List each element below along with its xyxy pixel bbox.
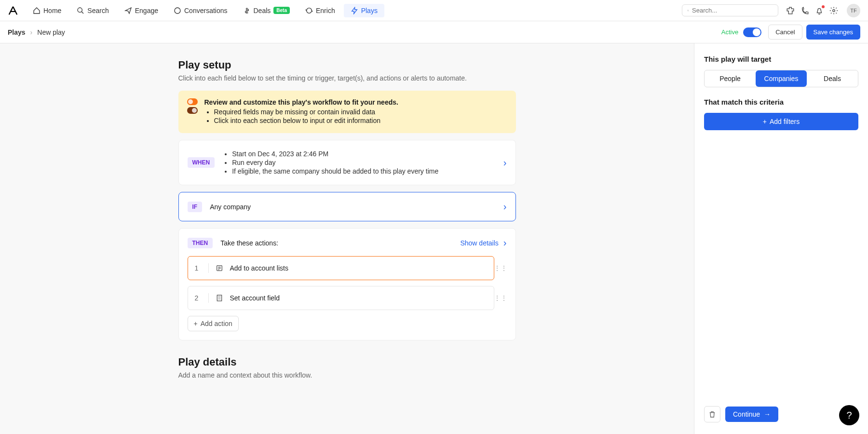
segment-companies[interactable]: Companies bbox=[756, 70, 807, 87]
main-content: Play setup Click into each field below t… bbox=[0, 43, 694, 434]
gear-icon[interactable] bbox=[829, 6, 838, 15]
trash-icon bbox=[708, 410, 716, 418]
then-text: Take these actions: bbox=[220, 239, 278, 247]
search-icon bbox=[77, 7, 84, 14]
when-line: If eligible, the same company should be … bbox=[232, 167, 496, 175]
warning-bullet: Click into each section below to input o… bbox=[214, 117, 398, 124]
notification-dot bbox=[822, 5, 825, 8]
svg-point-2 bbox=[688, 10, 689, 11]
save-button[interactable]: Save changes bbox=[806, 25, 860, 40]
segment-people[interactable]: People bbox=[705, 70, 756, 87]
right-sidebar: This play will target People Companies D… bbox=[694, 43, 868, 434]
nav-label: Plays bbox=[361, 7, 378, 14]
segment-deals[interactable]: Deals bbox=[807, 70, 858, 87]
drag-handle-icon[interactable]: ⋮⋮ bbox=[494, 294, 507, 302]
active-status-label: Active bbox=[721, 28, 738, 36]
search-icon bbox=[687, 7, 689, 14]
list-icon bbox=[216, 264, 223, 272]
beta-badge: Beta bbox=[273, 7, 290, 14]
help-fab[interactable]: ? bbox=[839, 405, 859, 425]
svg-point-3 bbox=[833, 9, 835, 12]
nav-enrich[interactable]: Enrich bbox=[298, 4, 342, 17]
breadcrumb: Plays › New play bbox=[8, 28, 65, 36]
sub-header: Plays › New play Active Cancel Save chan… bbox=[0, 21, 868, 43]
action-number: 1 bbox=[195, 264, 202, 272]
bell-icon[interactable] bbox=[815, 6, 824, 15]
play-setup-subtitle: Click into each field below to set the t… bbox=[178, 74, 516, 82]
when-pill: WHEN bbox=[188, 157, 215, 168]
nav-deals[interactable]: Deals Beta bbox=[236, 4, 297, 17]
when-card[interactable]: WHEN Start on Dec 4, 2023 at 2:46 PM Run… bbox=[178, 140, 516, 185]
nav-engage[interactable]: Engage bbox=[118, 4, 165, 17]
user-avatar[interactable]: TF bbox=[847, 4, 860, 17]
action-number: 2 bbox=[195, 294, 202, 302]
svg-point-1 bbox=[175, 8, 180, 14]
drag-handle-icon[interactable]: ⋮⋮ bbox=[494, 264, 507, 272]
then-card: THEN Take these actions: Show details › … bbox=[178, 228, 516, 340]
phone-icon[interactable] bbox=[800, 6, 809, 15]
criteria-title: That match this criteria bbox=[704, 98, 858, 106]
chevron-right-icon: › bbox=[503, 201, 507, 212]
cancel-button[interactable]: Cancel bbox=[768, 25, 802, 40]
breadcrumb-root[interactable]: Plays bbox=[8, 28, 26, 36]
target-title: This play will target bbox=[704, 55, 858, 63]
warning-bullet: Required fields may be missing or contai… bbox=[214, 108, 398, 116]
chevron-right-icon: › bbox=[30, 28, 33, 36]
chat-icon bbox=[174, 7, 181, 14]
action-label: Set account field bbox=[230, 294, 280, 302]
when-line: Run every day bbox=[232, 159, 496, 166]
arrow-right-icon: → bbox=[764, 410, 771, 418]
action-row[interactable]: 2 Set account field ⋮⋮ bbox=[188, 286, 494, 310]
when-line: Start on Dec 4, 2023 at 2:46 PM bbox=[232, 150, 496, 158]
action-row[interactable]: 1 Add to account lists ⋮⋮ bbox=[188, 256, 494, 280]
if-text: Any company bbox=[210, 203, 496, 211]
chevron-right-icon: › bbox=[503, 157, 507, 168]
nav-label: Conversations bbox=[184, 7, 228, 14]
refresh-icon bbox=[305, 7, 313, 14]
nav-home[interactable]: Home bbox=[26, 4, 68, 17]
search-input[interactable] bbox=[692, 7, 773, 14]
nav-label: Home bbox=[43, 7, 61, 14]
bolt-icon bbox=[351, 7, 358, 14]
extension-icon[interactable] bbox=[786, 6, 795, 15]
add-action-button[interactable]: + Add action bbox=[188, 316, 239, 331]
plus-icon: + bbox=[194, 320, 198, 327]
svg-point-0 bbox=[78, 8, 82, 12]
send-icon bbox=[124, 7, 132, 14]
show-details-link[interactable]: Show details › bbox=[460, 237, 506, 248]
play-details-subtitle: Add a name and context about this workfl… bbox=[178, 371, 516, 379]
top-nav: Home Search Engage Conversations Deals B… bbox=[0, 0, 868, 21]
nav-plays[interactable]: Plays bbox=[344, 4, 384, 17]
nav-conversations[interactable]: Conversations bbox=[167, 4, 234, 17]
breadcrumb-current: New play bbox=[37, 28, 65, 36]
continue-button[interactable]: Continue → bbox=[725, 407, 778, 422]
active-toggle[interactable] bbox=[743, 27, 761, 37]
nav-label: Engage bbox=[135, 7, 158, 14]
home-icon bbox=[33, 7, 41, 14]
play-setup-title: Play setup bbox=[178, 59, 516, 71]
global-search[interactable] bbox=[682, 4, 778, 16]
delete-button[interactable] bbox=[704, 406, 720, 422]
if-card[interactable]: IF Any company › bbox=[178, 192, 516, 221]
dollar-icon bbox=[243, 7, 251, 14]
play-details-title: Play details bbox=[178, 356, 516, 368]
app-logo[interactable] bbox=[8, 5, 18, 16]
add-filters-button[interactable]: + Add filters bbox=[704, 113, 858, 130]
chevron-right-icon: › bbox=[503, 237, 507, 248]
warning-banner: Review and customize this play's workflo… bbox=[178, 91, 516, 133]
action-label: Add to account lists bbox=[230, 264, 288, 272]
nav-label: Deals bbox=[254, 7, 271, 14]
if-pill: IF bbox=[188, 202, 203, 212]
nav-search[interactable]: Search bbox=[70, 4, 115, 17]
then-pill: THEN bbox=[188, 238, 213, 248]
building-icon bbox=[216, 294, 223, 302]
nav-label: Search bbox=[87, 7, 108, 14]
warning-title: Review and customize this play's workflo… bbox=[204, 98, 398, 106]
nav-label: Enrich bbox=[316, 7, 335, 14]
plus-icon: + bbox=[763, 118, 767, 125]
warning-icon bbox=[187, 98, 198, 125]
target-segments: People Companies Deals bbox=[704, 70, 858, 87]
svg-rect-5 bbox=[217, 295, 221, 301]
